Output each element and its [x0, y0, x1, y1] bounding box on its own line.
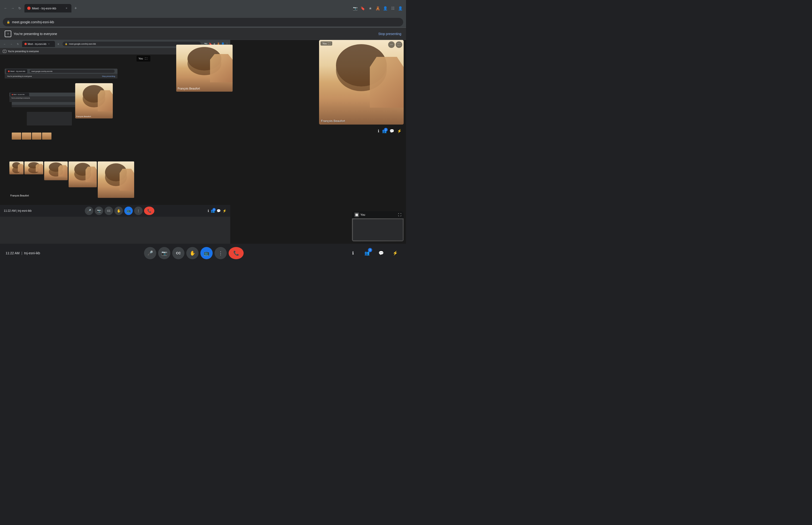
inner-forward-btn[interactable]: → [9, 41, 14, 47]
grid-icon[interactable]: ☷ [390, 5, 396, 11]
inner-hand-btn[interactable]: ✋ [114, 207, 123, 215]
nested-thumb-sm-2 [68, 162, 97, 187]
tile-you-label: You [322, 42, 327, 45]
deepest-tab[interactable]: Meet - tnj-esni-ikb [10, 93, 29, 96]
raise-hand-button[interactable]: ✋ [186, 247, 199, 259]
inner-tab-close[interactable]: × [48, 43, 49, 45]
inner-you-expand[interactable]: ⛶ [144, 56, 149, 61]
tile-activities-btn[interactable]: ⚡ [397, 129, 402, 133]
inner-tab-favicon [25, 43, 27, 45]
mic-button[interactable]: 🎤 [144, 247, 156, 259]
inner-people-btn[interactable]: 👥 2 [211, 209, 215, 213]
refresh-button[interactable]: ↻ [17, 5, 22, 11]
deepest-thumbnails [10, 133, 89, 139]
inner-back-btn[interactable]: ← [2, 41, 7, 47]
inner-cc-btn[interactable]: CC [105, 207, 113, 215]
back-button[interactable]: ← [3, 5, 9, 11]
nested-hand-sm-2 [86, 167, 97, 182]
more-options-button[interactable]: ⋮ [215, 247, 227, 259]
chat-button[interactable]: 💬 [376, 248, 386, 258]
tile-chat-btn[interactable]: 💬 [389, 129, 394, 133]
tile-top-controls-left: You ⛶ [321, 41, 332, 46]
nested-face-sm-2 [68, 162, 97, 187]
tile-expand-icon[interactable]: ⛶ [328, 42, 330, 45]
tile-action-row: ℹ 👥 2 💬 ⚡ [319, 127, 404, 135]
browser-nav-controls: ← → ↻ [3, 5, 22, 11]
deep-participant-video: François Beaufort [75, 83, 113, 118]
browser-toolbar-icons: 📷 🔖 ★ 🧸 👤 ☷ 👤 [352, 5, 403, 11]
tile-expand-btn-large[interactable]: ⛶ [396, 41, 402, 48]
active-tab[interactable]: Meet - tnj-esni-ikb × [25, 4, 72, 13]
deep-hand-overlay [98, 90, 113, 111]
end-call-button[interactable]: 📞 [229, 247, 244, 259]
you-tile-header-left: ⬜ You [354, 212, 365, 217]
inner-end-call-btn[interactable]: 📞 [144, 207, 154, 215]
inner-nav: ← → ↻ [2, 41, 21, 47]
new-tab-button[interactable]: + [72, 5, 79, 12]
star-icon[interactable]: ★ [367, 5, 373, 11]
participant-tile-large: François Beaufort ⋯ ⛶ You ⛶ [319, 40, 404, 124]
inner-cam-btn[interactable]: 📷 [95, 207, 103, 215]
meeting-time: 11:22 AM [6, 251, 19, 255]
tab-close-button[interactable]: × [64, 6, 68, 10]
inner-right-controls: ℹ 👥 2 💬 ⚡ [208, 209, 227, 213]
deep-thumb-2 [22, 133, 31, 139]
presentation-message: You're presenting to everyone [14, 32, 57, 36]
deep-address[interactable]: meet.google.com/tnj-esni-ikb [30, 70, 114, 73]
deep-stop-btn[interactable]: Stop presenting [102, 75, 115, 77]
deep-thumb-3 [32, 133, 41, 139]
nested-face-xs-1 [10, 162, 24, 174]
deep-tab[interactable]: Meet - tnj-esni-ikb [6, 69, 27, 73]
nested-hand-xs-2 [36, 164, 43, 172]
stop-presenting-button[interactable]: Stop presenting [378, 32, 401, 36]
bookmark-icon[interactable]: 🔖 [360, 5, 366, 11]
deep-chrome: Meet - tnj-esni-ikb meet.google.com/tnj-… [5, 69, 118, 74]
address-bar[interactable]: 🔒 meet.google.com/tnj-esni-ikb [3, 18, 403, 26]
you-tile-header: ⬜ You ⛶ [352, 211, 404, 218]
nested-thumbnail-row: François Beaufort [10, 162, 134, 198]
hand-medium [210, 54, 233, 82]
account-icon[interactable]: 👤 [398, 5, 403, 11]
info-button[interactable]: ℹ [348, 248, 358, 258]
inner-chat-btn[interactable]: 💬 [217, 209, 220, 213]
participant-label-medium: François Beaufort [178, 87, 200, 90]
inner-present-btn[interactable]: 📺 [124, 207, 133, 215]
tile-more-btn-large[interactable]: ⋯ [388, 41, 395, 48]
deepest-favicon [12, 94, 13, 95]
tile-info-btn[interactable]: ℹ [378, 129, 379, 133]
you-screen-preview [353, 219, 403, 240]
inner-info-btn[interactable]: ℹ [208, 209, 209, 213]
camera-icon[interactable]: 📷 [352, 5, 358, 11]
inner-activities-btn[interactable]: ⚡ [223, 209, 227, 213]
deep-favicon [8, 71, 10, 72]
tab-bar: Meet - tnj-esni-ikb × + [25, 4, 351, 13]
inner-refresh-btn[interactable]: ↻ [15, 41, 21, 47]
inner-mic-btn[interactable]: 🎤 [85, 207, 93, 215]
mic-icon: 🎤 [147, 250, 153, 256]
app-container: ← → ↻ Meet - tnj-esni-ikb × + 📷 🔖 ★ 🧸 👤 … [0, 0, 406, 262]
nested-thumb-sm-1 [44, 162, 68, 180]
nested-face-xs-2 [25, 162, 43, 174]
inner-new-tab[interactable]: + [57, 42, 59, 46]
tile-people-btn[interactable]: 👥 2 [382, 129, 387, 133]
captions-button[interactable]: CC [172, 247, 184, 259]
people-button[interactable]: 👥 2 [362, 248, 372, 258]
inner-tab[interactable]: Meet - tnj-esni-ikb × [22, 41, 55, 47]
deep-pres-bar: You're presenting to everyone Stop prese… [5, 74, 118, 78]
lock-icon: 🔒 [6, 20, 10, 24]
fb-face-large [319, 40, 404, 124]
tab-favicon [27, 6, 31, 10]
meeting-controls-bar: 11:22 AM | tnj-esni-ikb 🎤 📷 CC ✋ 📺 [0, 244, 406, 262]
forward-button[interactable]: → [10, 5, 16, 11]
you-tile-expand-btn[interactable]: ⛶ [398, 213, 401, 217]
deepest-pres-msg: You're presenting to everyone [11, 97, 30, 99]
raise-hand-icon: ✋ [189, 250, 196, 256]
you-tile-label: You [361, 213, 365, 216]
extensions-icon[interactable]: 🧸 [375, 5, 381, 11]
inner-more-btn[interactable]: ⋮ [134, 207, 143, 215]
present-button[interactable]: 📺 [200, 247, 213, 259]
camera-button[interactable]: 📷 [158, 247, 170, 259]
controls-right: ℹ 👥 2 💬 ⚡ [348, 248, 400, 258]
activities-button[interactable]: ⚡ [390, 248, 400, 258]
profile-icon[interactable]: 👤 [383, 5, 388, 11]
